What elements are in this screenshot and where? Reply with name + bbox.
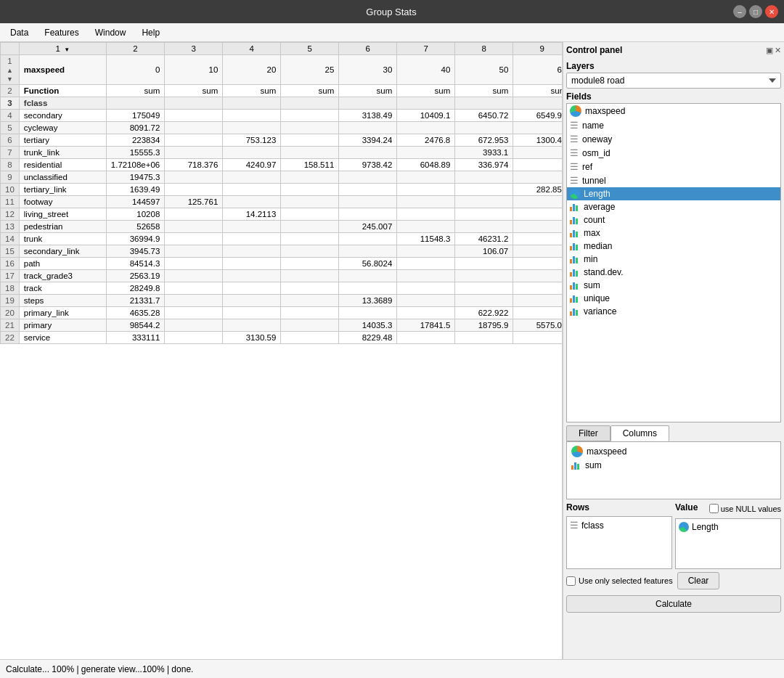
menu-features[interactable]: Features bbox=[37, 25, 86, 40]
field-item-length[interactable]: Length bbox=[567, 187, 780, 200]
field-item-ref[interactable]: ☰ref bbox=[567, 160, 780, 173]
field-item-tunnel[interactable]: ☰tunnel bbox=[567, 173, 780, 187]
field-icon-lines: ☰ bbox=[570, 147, 579, 158]
col-header-8[interactable]: 8 bbox=[455, 43, 513, 55]
field-item-maxspeed[interactable]: maxspeed bbox=[567, 104, 780, 118]
field-item-oneway[interactable]: ☰oneway bbox=[567, 132, 780, 146]
row-num: 19 bbox=[1, 295, 20, 307]
col-header-9[interactable]: 9 bbox=[513, 43, 563, 55]
row-val-1 bbox=[165, 122, 223, 134]
field-icon-pie bbox=[570, 105, 581, 117]
fclass-label: fclass bbox=[19, 97, 106, 110]
col-header-1[interactable]: 1 ▼ bbox=[19, 43, 106, 55]
row-val-7 bbox=[513, 295, 563, 307]
row-val-3 bbox=[281, 332, 339, 344]
value-label: Value bbox=[675, 502, 698, 512]
col-header-5[interactable]: 5 bbox=[281, 43, 339, 55]
row-num: 10 bbox=[1, 184, 20, 196]
row-val-6: 336.974 bbox=[455, 159, 513, 171]
value-box: Length bbox=[675, 518, 781, 569]
row-val-3 bbox=[281, 122, 339, 134]
field-item-min[interactable]: min bbox=[567, 253, 780, 266]
row-val-7 bbox=[513, 171, 563, 184]
row-val-5 bbox=[397, 245, 455, 258]
row-val-3 bbox=[281, 319, 339, 332]
menu-window[interactable]: Window bbox=[88, 25, 134, 40]
row-col1: tertiary_link bbox=[19, 184, 106, 196]
close-button[interactable]: ✕ bbox=[765, 5, 778, 18]
col-header-7[interactable]: 7 bbox=[397, 43, 455, 55]
header-val-1-1: 10 bbox=[165, 55, 223, 85]
row-col1: pedestrian bbox=[19, 221, 106, 233]
rows-value-row: Rows ☰ fclass Value use NULL values bbox=[566, 502, 781, 569]
field-item-unique[interactable]: unique bbox=[567, 292, 780, 305]
field-item-stand.dev.[interactable]: stand.dev. bbox=[567, 266, 780, 279]
maximize-button[interactable]: □ bbox=[749, 5, 762, 18]
row-col1: primary bbox=[19, 319, 106, 332]
row-val-0: 28249.8 bbox=[106, 282, 164, 295]
table-row: 13pedestrian52658245.007 bbox=[1, 221, 563, 233]
row-val-5 bbox=[397, 196, 455, 208]
row-num: 18 bbox=[1, 282, 20, 295]
field-item-osm_id[interactable]: ☰osm_id bbox=[567, 146, 780, 160]
layers-dropdown[interactable]: module8 road bbox=[566, 73, 781, 89]
field-icon-bar bbox=[570, 281, 580, 290]
use-selected-text: Use only selected features bbox=[579, 576, 673, 585]
field-item-count[interactable]: count bbox=[567, 213, 780, 226]
minimize-button[interactable]: – bbox=[733, 5, 746, 18]
field-item-sum[interactable]: sum bbox=[567, 279, 780, 292]
field-label: ref bbox=[582, 162, 592, 172]
col-header-4[interactable]: 4 bbox=[223, 43, 281, 55]
row-val-6 bbox=[455, 221, 513, 233]
col-header-3[interactable]: 3 bbox=[165, 43, 223, 55]
row-val-0: 19475.3 bbox=[106, 171, 164, 184]
row-val-6 bbox=[455, 122, 513, 134]
calculate-button[interactable]: Calculate bbox=[566, 595, 781, 613]
field-item-median[interactable]: median bbox=[567, 240, 780, 253]
row-val-6 bbox=[455, 258, 513, 270]
header-func-5: sum bbox=[397, 85, 455, 97]
row-val-1 bbox=[165, 208, 223, 221]
menu-help[interactable]: Help bbox=[134, 25, 167, 40]
filter-tab[interactable]: Filter bbox=[566, 425, 611, 441]
row-val-0: 3945.73 bbox=[106, 245, 164, 258]
row-num: 6 bbox=[1, 134, 20, 147]
row-col1: path bbox=[19, 258, 106, 270]
field-item-average[interactable]: average bbox=[567, 200, 780, 213]
row-val-5 bbox=[397, 184, 455, 196]
row-val-4: 3138.49 bbox=[339, 110, 397, 122]
row-val-1 bbox=[165, 245, 223, 258]
menu-data[interactable]: Data bbox=[3, 25, 36, 40]
row-val-1 bbox=[165, 171, 223, 184]
row-num: 12 bbox=[1, 208, 20, 221]
use-selected-checkbox[interactable] bbox=[566, 576, 576, 586]
row-val-6 bbox=[455, 332, 513, 344]
null-checkbox[interactable] bbox=[709, 504, 719, 513]
header-func-7: sum bbox=[513, 85, 563, 97]
row-val-5 bbox=[397, 307, 455, 319]
row-num: 16 bbox=[1, 258, 20, 270]
row-val-7 bbox=[513, 159, 563, 171]
row-val-5 bbox=[397, 171, 455, 184]
row-val-1 bbox=[165, 110, 223, 122]
value-header: Value use NULL values bbox=[675, 502, 781, 515]
clear-button[interactable]: Clear bbox=[677, 572, 720, 589]
header-val-1-7: 60 bbox=[513, 55, 563, 85]
col-item-maxspeed: maxspeed bbox=[570, 445, 777, 458]
row-val-7 bbox=[513, 208, 563, 221]
row-val-0: 36994.9 bbox=[106, 233, 164, 245]
columns-tab[interactable]: Columns bbox=[611, 425, 669, 441]
row-val-6 bbox=[455, 196, 513, 208]
col-header-2[interactable]: 2 bbox=[106, 43, 164, 55]
panel-icon-1[interactable]: ▣ bbox=[766, 46, 773, 55]
field-icon-bar bbox=[570, 294, 580, 303]
field-item-max[interactable]: max bbox=[567, 226, 780, 240]
row-val-7 bbox=[513, 233, 563, 245]
panel-icon-2[interactable]: ✕ bbox=[775, 46, 781, 55]
row-val-1: 125.761 bbox=[165, 196, 223, 208]
field-item-name[interactable]: ☰name bbox=[567, 118, 780, 132]
field-item-variance[interactable]: variance bbox=[567, 305, 780, 318]
row-val-1 bbox=[165, 258, 223, 270]
col-header-6[interactable]: 6 bbox=[339, 43, 397, 55]
row-val-4 bbox=[339, 270, 397, 282]
